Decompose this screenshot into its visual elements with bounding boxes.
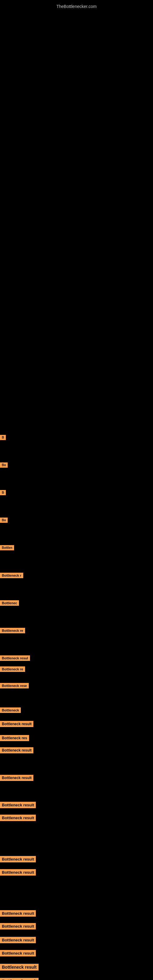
bottleneck-text-19: Bottleneck result [0, 856, 36, 862]
bottleneck-text-18: Bottleneck result [0, 815, 36, 821]
bottleneck-label-26: Bottleneck result [0, 978, 38, 980]
bottleneck-text-6: Bottleneck r [0, 573, 23, 578]
bottleneck-label-20: Bottleneck result [0, 869, 36, 877]
bottleneck-label-9: Bottleneck resul [0, 655, 30, 662]
bottleneck-label-11: Bottleneck rese [0, 683, 29, 690]
bottleneck-text-25: Bottleneck result [0, 964, 38, 970]
bottleneck-label-13: Bottleneck result [0, 721, 33, 728]
bottleneck-label-16: Bottleneck result [0, 775, 33, 782]
bottleneck-label-18: Bottleneck result [0, 815, 36, 822]
bottleneck-label-15: Bottleneck result [0, 747, 33, 755]
bottleneck-text-4: Bo [0, 517, 8, 523]
bottleneck-label-19: Bottleneck result [0, 856, 36, 864]
bottleneck-text-12: Bottleneck [0, 708, 21, 713]
bottleneck-text-10: Bottleneck re [0, 667, 25, 672]
bottleneck-text-15: Bottleneck result [0, 747, 33, 753]
bottleneck-text-20: Bottleneck result [0, 869, 36, 875]
bottleneck-label-7: Bottlenec [0, 600, 19, 607]
bottleneck-text-24: Bottleneck result [0, 950, 36, 956]
bottleneck-label-3: B [0, 490, 6, 496]
site-title: TheBottlenecker.com [0, 2, 153, 11]
bottleneck-text-11: Bottleneck rese [0, 683, 29, 689]
bottleneck-label-4: Bo [0, 517, 8, 524]
bottleneck-text-7: Bottlenec [0, 600, 19, 606]
bottleneck-text-9: Bottleneck resul [0, 655, 30, 661]
bottleneck-label-2: Bo [0, 463, 8, 469]
bottleneck-label-8: Bottleneck re [0, 628, 25, 635]
bottleneck-text-5: Bottlen [0, 545, 14, 550]
bottleneck-label-17: Bottleneck result [0, 802, 36, 810]
bottleneck-label-25: Bottleneck result [0, 964, 38, 972]
bottleneck-text-16: Bottleneck result [0, 775, 33, 781]
bottleneck-text-14: Bottleneck res [0, 735, 29, 741]
bottleneck-label-22: Bottleneck result [0, 923, 36, 931]
bottleneck-label-10: Bottleneck re [0, 667, 25, 673]
bottleneck-text-23: Bottleneck result [0, 937, 36, 943]
bottleneck-text-17: Bottleneck result [0, 802, 36, 808]
bottleneck-label-5: Bottlen [0, 545, 14, 552]
bottleneck-label-21: Bottleneck result [0, 910, 36, 918]
bottleneck-label-14: Bottleneck res [0, 735, 29, 742]
bottleneck-label-23: Bottleneck result [0, 937, 36, 945]
bottleneck-text-21: Bottleneck result [0, 910, 36, 916]
bottleneck-label-6: Bottleneck r [0, 573, 23, 579]
bottleneck-text-2: Bo [0, 463, 8, 468]
bottleneck-text-26: Bottleneck result [0, 978, 38, 980]
bottleneck-label-1: B [0, 435, 6, 441]
bottleneck-label-24: Bottleneck result [0, 950, 36, 958]
bottleneck-text-22: Bottleneck result [0, 923, 36, 929]
bottleneck-text-1: B [0, 435, 6, 440]
bottleneck-text-3: B [0, 490, 6, 495]
bottleneck-label-12: Bottleneck [0, 708, 21, 714]
bottleneck-text-13: Bottleneck result [0, 721, 33, 727]
bottleneck-text-8: Bottleneck re [0, 628, 25, 633]
